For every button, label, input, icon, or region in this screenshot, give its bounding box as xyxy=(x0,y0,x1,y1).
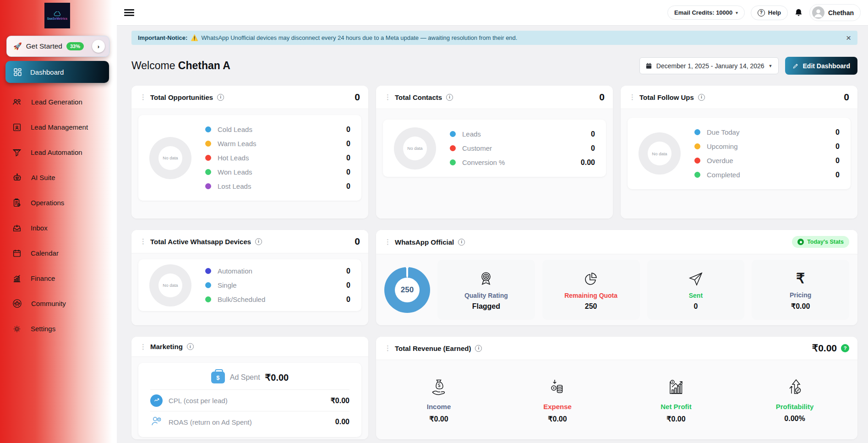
legend-row: Due Today 0 xyxy=(694,125,840,139)
card-whatsapp-devices: ⋮ Total Active Whatsapp Devices i 0 No d… xyxy=(131,230,368,325)
trend-up-icon xyxy=(150,394,163,407)
card-marketing: ⋮ Marketing i $ Ad Spent ₹0.00 CPL (cos xyxy=(131,337,368,439)
row-value: 0.00 xyxy=(335,418,349,426)
sidebar-item-settings[interactable]: Settings xyxy=(0,316,117,341)
todays-stats-badge[interactable]: Today's Stats xyxy=(792,236,849,248)
info-icon[interactable]: i xyxy=(255,238,262,245)
drag-handle-icon[interactable]: ⋮ xyxy=(384,94,391,100)
topbar: Email Credits: 10000 ▾ ? Help Chethan xyxy=(117,0,868,25)
help-button[interactable]: ? Help xyxy=(751,5,788,20)
sidebar-item-label: Lead Automation xyxy=(31,148,82,156)
card-total-revenue: ⋮ Total Revenue (Earned) i ₹0.00 ? Incom… xyxy=(376,337,857,439)
revenue-tile-profitability: Profitability 0.00% xyxy=(739,366,850,433)
legend-label: Won Leads xyxy=(218,168,252,176)
community-icon xyxy=(12,298,22,309)
info-icon[interactable]: i xyxy=(187,343,194,350)
legend-label: Automation xyxy=(218,267,252,275)
legend-label: Cold Leads xyxy=(218,126,252,133)
legend-dot xyxy=(450,131,456,137)
legend-dot xyxy=(205,126,211,132)
card-title: WhatsApp Official xyxy=(395,238,454,246)
sidebar-item-ai-suite[interactable]: AI Suite xyxy=(0,165,117,190)
legend-value: 0 xyxy=(346,140,350,148)
get-started-button[interactable]: 🚀 Get Started 33% › xyxy=(6,36,109,57)
legend: Leads 0 Customer 0 Conversion % 0.00 xyxy=(450,127,595,170)
hamburger-menu-icon[interactable] xyxy=(124,8,134,17)
notice-title: Important-Notice: xyxy=(138,34,187,41)
sidebar-item-finance[interactable]: Finance xyxy=(0,266,117,291)
legend-label: Hot Leads xyxy=(218,154,249,162)
medal-icon xyxy=(477,269,495,289)
legend-label: Lost Leads xyxy=(218,182,251,190)
sidebar-item-lead-automation[interactable]: Lead Automation xyxy=(0,140,117,165)
date-range-picker[interactable]: December 1, 2025 - January 14, 2026 ▼ xyxy=(639,57,779,74)
drag-handle-icon[interactable]: ⋮ xyxy=(629,94,635,100)
row-label: ROAS (return on Ad Spent) xyxy=(169,418,252,426)
no-data-label: No data xyxy=(403,137,427,160)
card-total-value: 0 xyxy=(355,92,360,103)
people-group-icon xyxy=(12,97,22,107)
drag-handle-icon[interactable]: ⋮ xyxy=(140,94,146,100)
calendar-icon xyxy=(645,62,652,69)
help-circle-icon[interactable]: ? xyxy=(841,344,849,352)
info-icon[interactable]: i xyxy=(698,94,705,101)
sidebar-item-label: Lead Management xyxy=(31,123,88,131)
legend-row: Completed 0 xyxy=(694,168,840,182)
card-title: Total Opportunities xyxy=(150,93,213,101)
legend-value: 0 xyxy=(346,267,350,275)
drag-handle-icon[interactable]: ⋮ xyxy=(140,238,146,245)
sidebar-item-dashboard[interactable]: Dashboard xyxy=(5,61,109,83)
stat-value: ₹0.00 xyxy=(791,302,810,311)
card-total-opportunities: ⋮ Total Opportunities i 0 No data Cold L… xyxy=(131,86,368,219)
ad-spent-label: Ad Spent xyxy=(230,373,260,382)
card-total-value: ₹0.00 xyxy=(812,343,837,354)
stat-label: Pricing xyxy=(790,291,811,299)
gear-icon xyxy=(12,324,22,334)
drag-handle-icon[interactable]: ⋮ xyxy=(384,239,391,245)
legend-dot xyxy=(205,155,211,161)
user-menu[interactable]: Chethan xyxy=(809,4,861,21)
edit-dashboard-button[interactable]: Edit Dashboard xyxy=(785,57,857,75)
sidebar-item-lead-management[interactable]: Lead Management xyxy=(0,115,117,140)
drag-handle-icon[interactable]: ⋮ xyxy=(140,344,146,350)
legend-value: 0 xyxy=(346,281,350,290)
legend-label: Due Today xyxy=(707,128,739,136)
chevron-right-icon[interactable]: › xyxy=(92,40,105,53)
brand-logo[interactable]: SaaSeMetrics xyxy=(44,3,70,28)
info-icon[interactable]: i xyxy=(458,239,465,246)
close-icon[interactable]: × xyxy=(846,33,851,42)
sidebar-item-label: Finance xyxy=(31,274,55,282)
sidebar-item-lead-generation[interactable]: Lead Generation xyxy=(0,89,117,115)
legend-value: 0 xyxy=(835,142,840,151)
sidebar-item-inbox[interactable]: Inbox xyxy=(0,215,117,241)
funnel-icon xyxy=(12,148,22,158)
sidebar-item-label: Inbox xyxy=(31,224,48,232)
radio-dot-icon xyxy=(797,239,804,245)
notification-bell-icon[interactable] xyxy=(794,8,803,17)
legend-dot xyxy=(450,145,456,151)
empty-donut-chart: No data xyxy=(149,137,191,179)
sidebar-item-calendar[interactable]: Calendar xyxy=(0,241,117,266)
email-credits-dropdown[interactable]: Email Credits: 10000 ▾ xyxy=(667,5,745,20)
drag-handle-icon[interactable]: ⋮ xyxy=(384,345,391,351)
empty-donut-chart: No data xyxy=(149,264,191,306)
sidebar-item-community[interactable]: Community xyxy=(0,291,117,316)
info-icon[interactable]: i xyxy=(475,345,482,352)
legend-value: 0 xyxy=(591,144,595,153)
legend-dot xyxy=(694,158,700,164)
legend-value: 0 xyxy=(346,154,350,162)
sidebar-item-operations[interactable]: Operations xyxy=(0,190,117,215)
send-icon xyxy=(687,269,705,289)
legend-row: Won Leads 0 xyxy=(205,165,350,179)
legend-dot xyxy=(205,282,211,288)
info-icon[interactable]: i xyxy=(217,94,224,101)
rupee-icon: ₹ xyxy=(796,269,805,288)
info-icon[interactable]: i xyxy=(446,94,453,101)
row-value: ₹0.00 xyxy=(331,396,349,405)
legend-dot xyxy=(205,183,211,189)
welcome-prefix: Welcome xyxy=(131,60,175,71)
pie-chart-icon xyxy=(582,269,600,289)
legend-value: 0 xyxy=(835,128,840,137)
legend-row: Hot Leads 0 xyxy=(205,151,350,165)
edit-dashboard-label: Edit Dashboard xyxy=(803,62,850,70)
